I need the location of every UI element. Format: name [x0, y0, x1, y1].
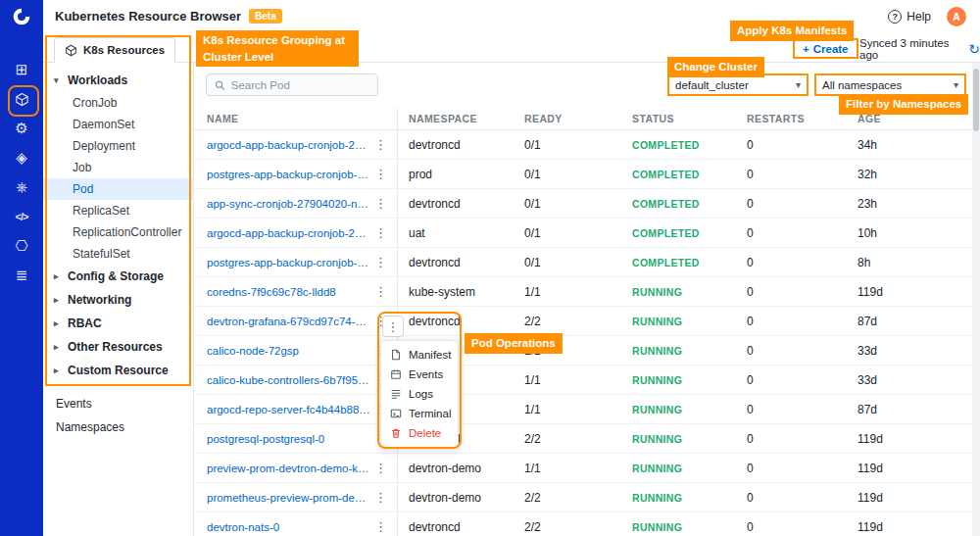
pod-name-link[interactable]: argocd-app-backup-cronjob-27903340-... — [207, 139, 371, 151]
pod-name-link[interactable]: calico-node-72gsp — [207, 345, 299, 357]
cell-ready: 0/1 — [513, 256, 620, 269]
cell-age: 34h — [846, 138, 972, 152]
table-row: devtron-grafana-679cd97c74-djq45⋮ devtro… — [194, 307, 972, 336]
pod-name-link[interactable]: prometheus-preview-prom-devtron-de... — [207, 492, 371, 504]
group-label: Custom Resource — [68, 364, 169, 377]
pod-name-link[interactable]: postgres-app-backup-cronjob-2790493... — [207, 257, 371, 268]
cell-status: RUNNING — [620, 433, 735, 445]
table-row: calico-kube-controllers-6b7f95f6c8-zhz..… — [194, 365, 972, 395]
sidebar-item-daemonset[interactable]: DaemonSet — [43, 114, 193, 135]
sync-status: Synced 3 minutes ago ↻ — [859, 38, 980, 59]
package-icon[interactable]: ⎔ — [0, 231, 43, 261]
sidebar-group-networking[interactable]: ▸ Networking — [43, 288, 193, 312]
cell-age: 10h — [846, 226, 972, 240]
sidebar-group-config-storage[interactable]: ▸ Config & Storage — [43, 265, 193, 288]
pod-name-link[interactable]: calico-kube-controllers-6b7f95f6c8-zhz..… — [207, 374, 371, 386]
sidebar-item-namespaces[interactable]: Namespaces — [43, 415, 193, 439]
col-restarts: RESTARTS — [735, 113, 846, 124]
menu-item-label: Delete — [409, 427, 441, 439]
menu-item-events[interactable]: Events — [381, 365, 458, 384]
plus-icon: + — [803, 43, 809, 55]
devtron-logo-icon[interactable] — [0, 0, 43, 33]
sidebar-item-replicaset[interactable]: ReplicaSet — [43, 200, 193, 221]
sidebar-item-cronjob[interactable]: CronJob — [43, 92, 193, 114]
table-row: postgres-app-backup-cronjob-2790349...⋮ … — [194, 160, 972, 189]
create-button[interactable]: + Create — [793, 38, 858, 59]
sidebar-item-deployment[interactable]: Deployment — [43, 135, 193, 157]
cell-restarts: 0 — [735, 432, 846, 446]
chevron-down-icon: ▾ — [954, 79, 958, 90]
chevron-down-icon: ▾ — [796, 79, 801, 90]
menu-item-logs[interactable]: Logs — [381, 384, 458, 404]
cell-restarts: 0 — [735, 138, 846, 152]
menu-item-manifest[interactable]: Manifest — [381, 345, 458, 365]
cell-ready: 2/2 — [513, 491, 620, 505]
clusters-icon[interactable]: ⎈ — [0, 172, 43, 202]
sidebar-group-custom-resource[interactable]: ▸ Custom Resource — [43, 359, 193, 382]
table-row: preview-prom-devtron-demo-kube-stat...⋮ … — [194, 454, 972, 483]
pod-name-link[interactable]: postgresql-postgresql-0 — [207, 433, 324, 445]
tab-label: K8s Resources — [83, 44, 165, 56]
refresh-icon[interactable]: ↻ — [968, 41, 980, 57]
annotation-grouping: K8s Resource Grouping at Cluster Level — [196, 30, 359, 67]
sidebar-item-pod[interactable]: Pod — [43, 178, 193, 200]
row-kebab-icon[interactable]: ⋮ — [382, 316, 404, 337]
cell-restarts: 0 — [735, 344, 846, 358]
pod-name-link[interactable]: devtron-nats-0 — [207, 521, 279, 533]
cell-age: 87d — [846, 315, 972, 328]
namespace-dropdown[interactable]: All namespaces ▾ — [814, 73, 966, 96]
cell-age: 32h — [846, 168, 972, 181]
row-kebab-icon[interactable]: ⋮ — [374, 462, 387, 474]
sidebar-item-job[interactable]: Job — [43, 157, 193, 178]
pod-name-link[interactable]: coredns-7f9c69c78c-lldd8 — [207, 286, 336, 298]
pod-name-link[interactable]: preview-prom-devtron-demo-kube-stat... — [207, 463, 371, 474]
search-input[interactable] — [231, 79, 369, 91]
cell-ready: 1/1 — [513, 373, 620, 387]
cell-restarts: 0 — [735, 520, 846, 534]
col-age: AGE — [846, 113, 972, 124]
config-gear-icon[interactable]: ⚙ — [0, 114, 43, 143]
stack-icon[interactable]: ≣ — [0, 261, 43, 290]
sidebar-group-rbac[interactable]: ▸ RBAC — [43, 312, 193, 335]
sidebar-item-events[interactable]: Events — [43, 392, 193, 415]
table-row: calico-node-72gsp⋮ 1/1 RUNNING 0 33d — [194, 336, 972, 365]
row-kebab-icon[interactable]: ⋮ — [374, 491, 387, 504]
avatar[interactable]: A — [947, 7, 966, 26]
pod-name-link[interactable]: postgres-app-backup-cronjob-2790349... — [207, 169, 371, 180]
scrollbar-track[interactable] — [972, 63, 980, 536]
sidebar-group-other-resources[interactable]: ▸ Other Resources — [43, 335, 193, 359]
scrollbar-thumb[interactable] — [973, 69, 979, 131]
row-kebab-icon[interactable]: ⋮ — [374, 256, 387, 268]
row-kebab-icon[interactable]: ⋮ — [374, 138, 387, 151]
pod-name-link[interactable]: argocd-app-backup-cronjob-27904780-... — [207, 227, 371, 239]
sidebar-group-workloads[interactable]: ▾ Workloads — [43, 69, 193, 92]
sidebar-item-statefulset[interactable]: StatefulSet — [43, 243, 193, 265]
help-button[interactable]: ? Help — [888, 10, 931, 24]
row-kebab-icon[interactable]: ⋮ — [374, 285, 387, 298]
row-kebab-icon[interactable]: ⋮ — [374, 520, 387, 533]
pod-name-link[interactable]: devtron-grafana-679cd97c74-djq45 — [207, 316, 371, 327]
pod-name-link[interactable]: argocd-repo-server-fc4b44b88-vzfld — [207, 404, 371, 415]
package-glyph: ⎔ — [15, 237, 27, 255]
col-namespace: NAMESPACE — [397, 113, 513, 124]
apps-grid-icon[interactable]: ⊞ — [0, 55, 43, 84]
sidebar-item-replicationcontroller[interactable]: ReplicationController — [43, 221, 193, 243]
tab-k8s-resources[interactable]: K8s Resources — [54, 37, 175, 63]
synced-label: Synced 3 minutes ago — [859, 37, 962, 61]
resource-browser-icon[interactable] — [0, 84, 43, 114]
cell-namespace: prod — [397, 168, 513, 181]
search-box[interactable] — [206, 73, 378, 96]
pod-name-link[interactable]: app-sync-cronjob-27904020-nrpqc — [207, 198, 371, 210]
cell-ready: 1/1 — [513, 285, 620, 299]
cube-icon — [15, 92, 29, 107]
gear-glyph: ⚙ — [15, 120, 27, 137]
cell-status: RUNNING — [620, 345, 735, 357]
security-icon[interactable]: ◈ — [0, 143, 43, 172]
menu-item-delete[interactable]: Delete — [381, 423, 458, 443]
row-kebab-icon[interactable]: ⋮ — [374, 197, 387, 210]
menu-item-terminal[interactable]: Terminal — [381, 404, 458, 423]
cell-status: RUNNING — [620, 463, 735, 474]
row-kebab-icon[interactable]: ⋮ — [374, 226, 387, 239]
code-icon[interactable]: </> — [0, 202, 43, 231]
row-kebab-icon[interactable]: ⋮ — [374, 168, 387, 180]
